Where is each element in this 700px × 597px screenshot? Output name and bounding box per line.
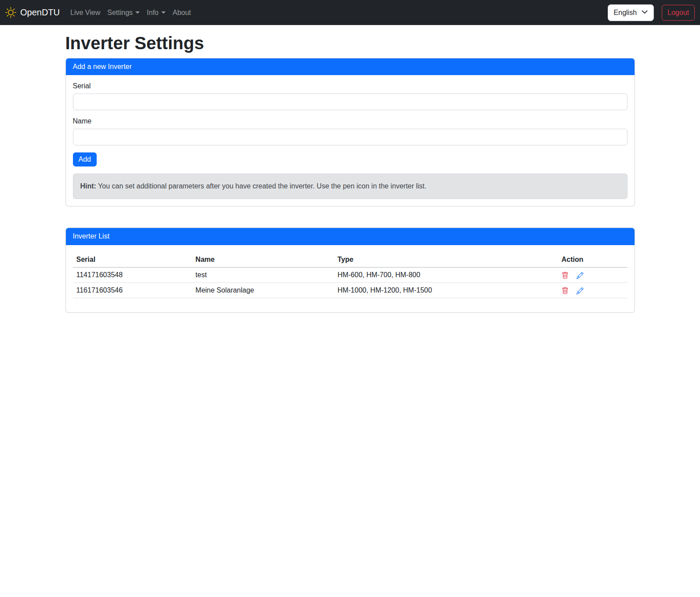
hint-text: You can set additional parameters after …	[96, 182, 427, 190]
trash-icon	[562, 287, 569, 294]
logout-button[interactable]: Logout	[662, 5, 695, 21]
cell-type: HM-600, HM-700, HM-800	[334, 267, 558, 282]
column-header-type: Type	[334, 252, 558, 268]
cell-serial: 114171603548	[73, 267, 192, 282]
cell-action	[558, 267, 627, 282]
language-select[interactable]: English	[608, 4, 654, 21]
column-header-action: Action	[558, 252, 627, 268]
main-content: Inverter Settings Add a new Inverter Ser…	[60, 33, 641, 313]
cell-serial: 116171603546	[73, 282, 192, 298]
page-title: Inverter Settings	[65, 33, 635, 54]
delete-inverter-button[interactable]	[562, 272, 569, 279]
pencil-icon	[577, 272, 584, 279]
inverter-list-card-body: Serial Name Type Action 114171603548 tes…	[66, 245, 635, 312]
nav-item-info[interactable]: Info	[143, 5, 169, 20]
caret-down-icon	[161, 11, 166, 14]
nav-item-settings[interactable]: Settings	[104, 5, 143, 20]
name-label: Name	[73, 117, 627, 125]
navbar: OpenDTU Live View Settings Info About En…	[0, 0, 700, 25]
cell-action	[558, 282, 627, 298]
nav-links: Live View Settings Info About	[67, 5, 195, 20]
inverter-table-body: 114171603548 test HM-600, HM-700, HM-800	[73, 267, 627, 298]
column-header-serial: Serial	[73, 252, 192, 268]
caret-down-icon	[135, 11, 140, 14]
add-button[interactable]: Add	[73, 152, 97, 166]
add-inverter-card-header: Add a new Inverter	[66, 58, 635, 75]
nav-item-about[interactable]: About	[169, 5, 195, 20]
cell-name: test	[192, 267, 334, 282]
edit-inverter-button[interactable]	[577, 272, 584, 279]
add-inverter-card-body: Serial Name Add Hint: You can set additi…	[66, 75, 635, 206]
language-selected-value: English	[614, 9, 637, 17]
brand-link[interactable]: OpenDTU	[5, 7, 60, 18]
hint-alert: Hint: You can set additional parameters …	[73, 174, 627, 199]
edit-inverter-button[interactable]	[577, 287, 584, 294]
cell-name: Meine Solaranlage	[192, 282, 334, 298]
inverter-list-card: Inverter List Serial Name Type Action 11…	[65, 228, 635, 312]
table-row: 116171603546 Meine Solaranlage HM-1000, …	[73, 282, 627, 298]
name-input[interactable]	[73, 129, 627, 145]
delete-inverter-button[interactable]	[562, 287, 569, 294]
serial-input[interactable]	[73, 94, 627, 110]
column-header-name: Name	[192, 252, 334, 268]
table-header-row: Serial Name Type Action	[73, 252, 627, 268]
chevron-down-icon	[641, 8, 648, 17]
cell-type: HM-1000, HM-1200, HM-1500	[334, 282, 558, 298]
trash-icon	[562, 272, 569, 279]
nav-item-live-view[interactable]: Live View	[67, 5, 104, 20]
inverter-list-card-header: Inverter List	[66, 228, 635, 245]
brand-label: OpenDTU	[20, 7, 60, 18]
navbar-right: English Logout	[608, 4, 695, 21]
add-inverter-card: Add a new Inverter Serial Name Add Hint:…	[65, 58, 635, 206]
table-row: 114171603548 test HM-600, HM-700, HM-800	[73, 267, 627, 282]
serial-label: Serial	[73, 82, 627, 90]
pencil-icon	[577, 287, 584, 294]
sun-icon	[5, 7, 16, 18]
hint-prefix: Hint:	[80, 182, 96, 190]
inverter-table: Serial Name Type Action 114171603548 tes…	[73, 252, 627, 298]
